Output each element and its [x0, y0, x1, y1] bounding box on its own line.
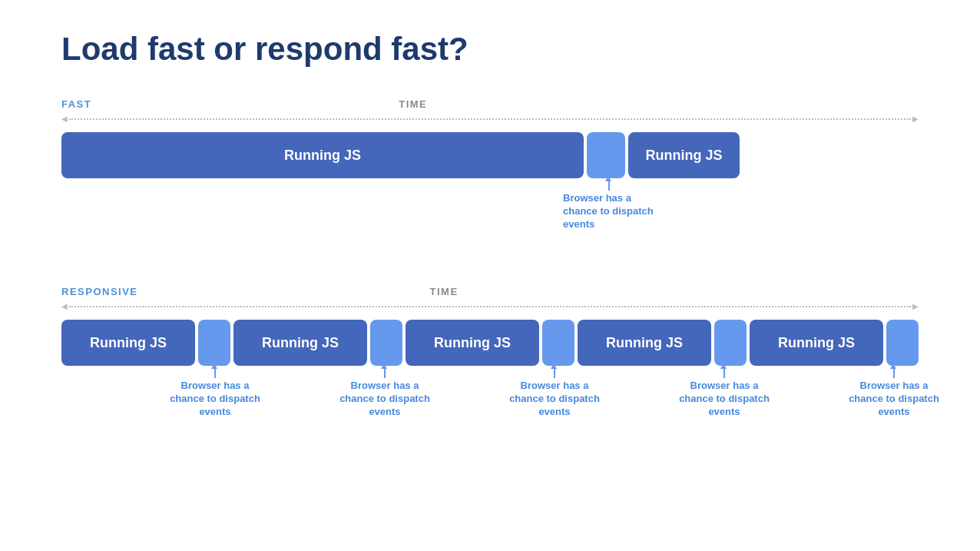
fast-section: FAST TIME Running JS Running JS Browser …: [61, 98, 919, 178]
resp-running-js-5: Running JS: [750, 320, 883, 366]
fast-annotation-text: Browser has a chance to dispatch events: [563, 192, 663, 231]
fast-gap-block: [587, 132, 625, 178]
fast-annotation: Browser has a chance to dispatch events: [590, 178, 628, 231]
resp-annotation-5: Browser has a chance to dispatch events: [878, 366, 910, 419]
resp-gap-5: [886, 320, 919, 366]
responsive-time-arrow: [61, 302, 919, 310]
fast-time-label: TIME: [399, 98, 427, 110]
resp-annotation-2: Browser has a chance to dispatch events: [369, 366, 401, 419]
resp-running-js-3: Running JS: [406, 320, 539, 366]
resp-gap-3: [542, 320, 574, 366]
page-title: Load fast or respond fast?: [61, 31, 919, 68]
resp-annotation-4: Browser has a chance to dispatch events: [708, 366, 740, 419]
fast-running-js-2: Running JS: [628, 132, 740, 178]
resp-annotation-1: Browser has a chance to dispatch events: [199, 366, 231, 419]
resp-gap-2: [370, 320, 402, 366]
resp-running-js-2: Running JS: [233, 320, 367, 366]
fast-label: FAST: [61, 98, 91, 110]
resp-annotation-3: Browser has a chance to dispatch events: [538, 366, 571, 419]
fast-blocks-row: Running JS Running JS: [61, 132, 919, 178]
responsive-section: RESPONSIVE TIME Running JS Running JS Ru…: [61, 286, 919, 366]
responsive-blocks-row: Running JS Running JS Running JS Running…: [61, 320, 919, 366]
resp-gap-4: [714, 320, 747, 366]
resp-gap-1: [198, 320, 230, 366]
fast-time-arrow: [61, 115, 919, 123]
resp-running-js-4: Running JS: [578, 320, 711, 366]
responsive-time-label: TIME: [430, 286, 459, 297]
fast-running-js-1: Running JS: [61, 132, 584, 178]
resp-running-js-1: Running JS: [61, 320, 195, 366]
responsive-label: RESPONSIVE: [61, 286, 138, 297]
